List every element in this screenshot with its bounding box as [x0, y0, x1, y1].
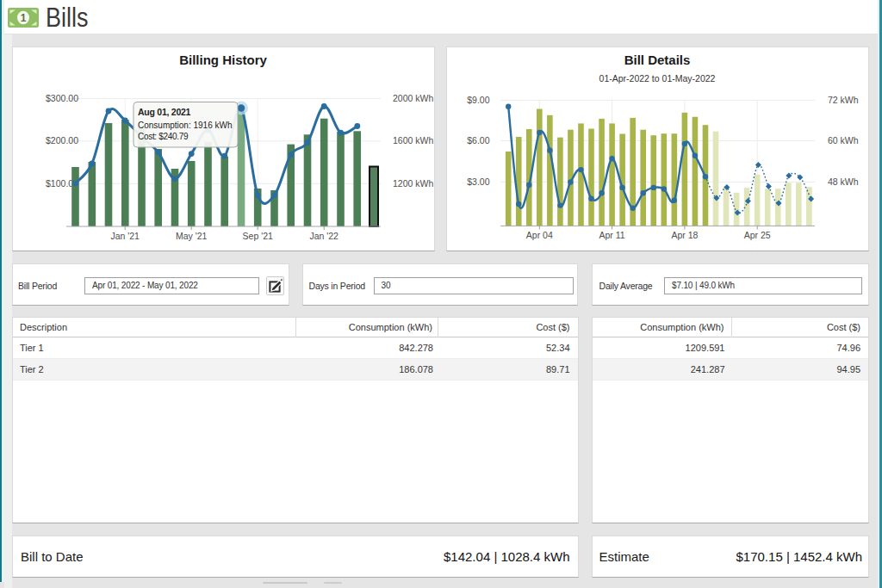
svg-text:$300.00: $300.00 [46, 93, 78, 103]
svg-text:60 kWh: 60 kWh [828, 135, 859, 145]
svg-text:1: 1 [21, 12, 27, 24]
svg-text:Apr 25: Apr 25 [744, 230, 771, 240]
svg-text:48 kWh: 48 kWh [828, 176, 859, 187]
svg-text:1600 kWh: 1600 kWh [393, 135, 433, 145]
svg-text:Cost: $240.79: Cost: $240.79 [138, 132, 189, 141]
svg-text:$200.00: $200.00 [46, 135, 78, 145]
svg-text:Billing History: Billing History [179, 53, 267, 67]
svg-text:$6.00: $6.00 [467, 135, 489, 145]
svg-text:Consumption: 1916 kWh: Consumption: 1916 kWh [138, 121, 233, 130]
svg-text:$3.00: $3.00 [467, 176, 489, 187]
svg-text:Apr 11: Apr 11 [599, 230, 625, 240]
svg-text:2000 kWh: 2000 kWh [393, 93, 433, 103]
svg-text:1200 kWh: 1200 kWh [393, 178, 433, 189]
svg-text:Aug 01, 2021: Aug 01, 2021 [138, 107, 191, 117]
svg-text:Sep '21: Sep '21 [243, 231, 273, 241]
svg-text:72 kWh: 72 kWh [828, 95, 859, 105]
svg-text:May '21: May '21 [176, 231, 208, 241]
svg-text:Jan '21: Jan '21 [110, 231, 140, 241]
svg-text:Jan '22: Jan '22 [309, 231, 339, 241]
svg-text:$9.00: $9.00 [467, 95, 489, 105]
svg-text:Apr 18: Apr 18 [671, 230, 698, 240]
svg-text:Apr 04: Apr 04 [526, 230, 553, 240]
svg-text:Bill Details: Bill Details [624, 53, 691, 67]
svg-text:01-Apr-2022 to 01-May-2022: 01-Apr-2022 to 01-May-2022 [599, 73, 716, 84]
